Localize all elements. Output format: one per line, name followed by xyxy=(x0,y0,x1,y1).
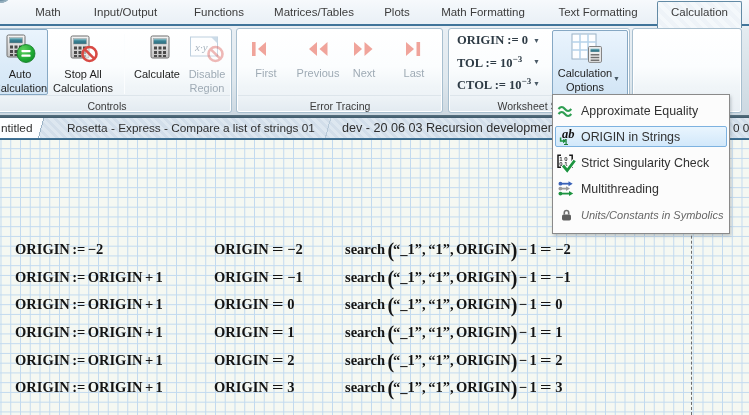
svg-text:1: 1 xyxy=(564,137,569,147)
svg-text:x·y: x·y xyxy=(194,41,208,53)
